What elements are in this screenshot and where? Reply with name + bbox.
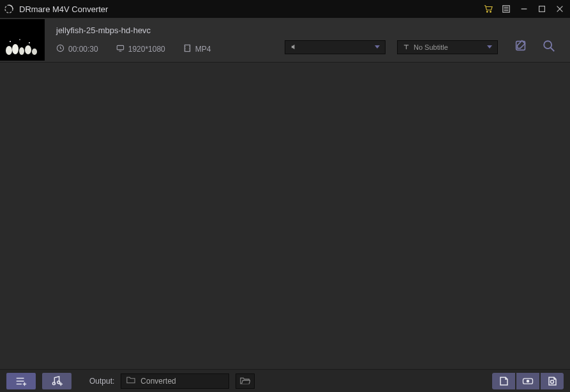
- svg-point-13: [19, 47, 24, 55]
- titlebar: DRmare M4V Converter: [0, 0, 570, 18]
- resolution-value: 1920*1080: [128, 45, 165, 54]
- duration-value: 00:00:30: [68, 45, 98, 54]
- audio-track-dropdown[interactable]: [285, 40, 386, 54]
- file-title: jellyfish-25-mbps-hd-hevc: [56, 26, 273, 35]
- resolution-meta: 1920*1080: [116, 44, 165, 54]
- svg-point-12: [12, 44, 19, 54]
- speaker-icon: [290, 43, 297, 50]
- app-logo-icon: [4, 4, 14, 14]
- svg-point-1: [486, 11, 488, 13]
- maximize-button[interactable]: [536, 3, 548, 15]
- svg-point-16: [10, 41, 11, 42]
- file-actions: [513, 38, 564, 54]
- format-value: MP4: [195, 45, 211, 54]
- search-button[interactable]: [541, 38, 557, 54]
- edit-button[interactable]: [513, 38, 529, 54]
- file-item: jellyfish-25-mbps-hd-hevc 00:00:30 1920*…: [0, 18, 570, 63]
- svg-point-45: [551, 380, 554, 383]
- svg-point-2: [490, 11, 491, 13]
- svg-point-14: [25, 45, 31, 54]
- svg-point-15: [32, 49, 37, 55]
- duration-meta: 00:00:30: [56, 44, 98, 54]
- menu-icon[interactable]: [500, 3, 513, 15]
- svg-point-11: [6, 46, 12, 55]
- film-icon: [183, 44, 191, 54]
- clock-icon: [56, 44, 64, 54]
- caret-down-icon: [487, 45, 492, 49]
- output-path-text: Converted: [140, 377, 176, 386]
- svg-rect-8: [539, 6, 545, 12]
- bottom-toolbar: Output: Converted: [0, 369, 570, 392]
- format-button-2[interactable]: [516, 373, 539, 389]
- add-video-button[interactable]: [6, 373, 36, 389]
- svg-line-33: [551, 47, 555, 51]
- cart-icon[interactable]: [482, 3, 495, 15]
- svg-point-32: [544, 41, 551, 49]
- format-button-3[interactable]: [541, 373, 564, 389]
- subtitle-dropdown[interactable]: No Subtitle: [397, 40, 498, 54]
- svg-point-17: [19, 39, 20, 40]
- file-meta: 00:00:30 1920*1080 MP4: [56, 44, 273, 54]
- text-icon: [403, 43, 410, 50]
- svg-rect-20: [117, 45, 123, 50]
- format-button-1[interactable]: [492, 373, 515, 389]
- output-label: Output:: [89, 377, 114, 386]
- caret-down-icon: [375, 45, 380, 49]
- video-thumbnail[interactable]: [0, 19, 45, 61]
- subtitle-selected-text: No Subtitle: [414, 43, 448, 51]
- monitor-icon: [116, 44, 124, 54]
- svg-point-40: [57, 381, 60, 383]
- add-audio-button[interactable]: [42, 373, 71, 389]
- folder-icon: [126, 376, 135, 386]
- file-list-area: [0, 63, 570, 369]
- svg-point-44: [527, 380, 529, 382]
- browse-output-button[interactable]: [236, 373, 255, 389]
- minimize-button[interactable]: [518, 3, 530, 15]
- output-path-field[interactable]: Converted: [121, 373, 229, 389]
- svg-point-18: [29, 42, 30, 43]
- format-buttons: [492, 373, 564, 389]
- file-info: jellyfish-25-mbps-hd-hevc 00:00:30 1920*…: [56, 26, 273, 54]
- svg-point-39: [52, 382, 55, 384]
- format-meta: MP4: [183, 44, 211, 54]
- close-button[interactable]: [553, 3, 566, 15]
- app-title: DRmare M4V Converter: [19, 4, 108, 14]
